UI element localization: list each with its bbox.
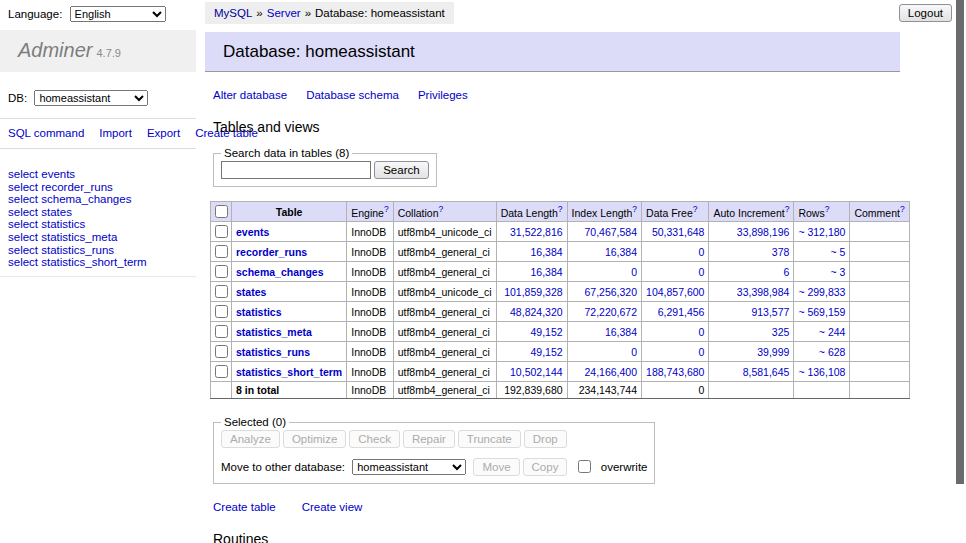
link-data-length-statistics-runs[interactable]: 49,152 — [530, 346, 562, 358]
table-link-statistics-meta[interactable]: statistics_meta — [236, 326, 312, 338]
table-link-select-statistics-runs[interactable]: select statistics_runs — [8, 244, 188, 257]
link-index-length-statistics[interactable]: 72,220,672 — [584, 306, 637, 318]
table-link-select-events[interactable]: select events — [8, 168, 188, 181]
link-auto-increment-statistics-short-term[interactable]: 8,581,645 — [743, 366, 790, 378]
breadcrumb-link-mysql[interactable]: MySQL — [214, 7, 252, 19]
scrollbar-thumb[interactable] — [956, 0, 964, 484]
move-copy-button[interactable]: Copy — [523, 458, 568, 476]
selected-truncate-button[interactable]: Truncate — [458, 430, 521, 448]
breadcrumb-link-server[interactable]: Server — [267, 7, 301, 19]
create-link-create-table[interactable]: Create table — [213, 501, 276, 513]
logout-button[interactable]: Logout — [899, 4, 952, 22]
table-link-select-recorder-runs[interactable]: select recorder_runs — [8, 181, 188, 194]
table-link-statistics[interactable]: statistics — [236, 306, 282, 318]
db-action-link-privileges[interactable]: Privileges — [418, 89, 468, 101]
link-data-length-statistics-short-term[interactable]: 10,502,144 — [510, 366, 563, 378]
row-checkbox-statistics[interactable] — [215, 305, 228, 318]
help-link-rows[interactable]: ? — [825, 204, 830, 214]
link-rows-statistics-runs[interactable]: ~ 628 — [819, 346, 846, 358]
help-link-comment[interactable]: ? — [900, 204, 905, 214]
sidebar-link-export[interactable]: Export — [147, 127, 180, 139]
link-data-free-statistics[interactable]: 6,291,456 — [658, 306, 705, 318]
selected-optimize-button[interactable]: Optimize — [283, 430, 346, 448]
link-auto-increment-recorder-runs[interactable]: 378 — [772, 246, 790, 258]
sidebar-link-import[interactable]: Import — [99, 127, 132, 139]
help-link-data-length[interactable]: ? — [558, 204, 563, 214]
row-checkbox-events[interactable] — [215, 225, 228, 238]
link-data-free-statistics-short-term[interactable]: 188,743,680 — [646, 366, 704, 378]
link-auto-increment-states[interactable]: 33,398,984 — [737, 286, 790, 298]
link-index-length-statistics-short-term[interactable]: 24,166,400 — [584, 366, 637, 378]
link-data-free-statistics-meta[interactable]: 0 — [699, 326, 705, 338]
table-link-states[interactable]: states — [236, 286, 266, 298]
link-index-length-statistics-runs[interactable]: 0 — [631, 346, 637, 358]
selected-check-button[interactable]: Check — [349, 430, 400, 448]
link-rows-statistics[interactable]: ~ 569,159 — [798, 306, 845, 318]
help-link-auto-increment[interactable]: ? — [785, 204, 790, 214]
link-index-length-statistics-meta[interactable]: 16,384 — [605, 326, 637, 338]
selected-drop-button[interactable]: Drop — [524, 430, 567, 448]
link-data-length-statistics[interactable]: 48,824,320 — [510, 306, 563, 318]
link-rows-events[interactable]: ~ 312,180 — [798, 226, 845, 238]
overwrite-checkbox[interactable] — [578, 460, 591, 473]
row-checkbox-schema-changes[interactable] — [215, 265, 228, 278]
move-db-select[interactable]: homeassistant — [352, 459, 466, 475]
table-link-select-schema-changes[interactable]: select schema_changes — [8, 193, 188, 206]
table-link-select-statistics[interactable]: select statistics — [8, 218, 188, 231]
link-index-length-states[interactable]: 67,256,320 — [584, 286, 637, 298]
move-move-button[interactable]: Move — [473, 458, 519, 476]
link-rows-statistics-meta[interactable]: ~ 244 — [819, 326, 846, 338]
language-select[interactable]: English — [70, 6, 166, 22]
table-link-recorder-runs[interactable]: recorder_runs — [236, 246, 307, 258]
table-link-schema-changes[interactable]: schema_changes — [236, 266, 324, 278]
table-link-statistics-runs[interactable]: statistics_runs — [236, 346, 310, 358]
selected-repair-button[interactable]: Repair — [403, 430, 455, 448]
help-link-data-free[interactable]: ? — [693, 204, 698, 214]
link-rows-states[interactable]: ~ 299,833 — [798, 286, 845, 298]
row-checkbox-recorder-runs[interactable] — [215, 245, 228, 258]
link-data-length-schema-changes[interactable]: 16,384 — [530, 266, 562, 278]
link-data-free-events[interactable]: 50,331,648 — [652, 226, 705, 238]
selected-analyze-button[interactable]: Analyze — [221, 430, 280, 448]
link-data-free-schema-changes[interactable]: 0 — [699, 266, 705, 278]
row-checkbox-statistics-short-term[interactable] — [215, 365, 228, 378]
search-button[interactable]: Search — [374, 161, 428, 179]
link-auto-increment-events[interactable]: 33,898,196 — [737, 226, 790, 238]
db-action-link-database-schema[interactable]: Database schema — [306, 89, 399, 101]
link-rows-recorder-runs[interactable]: ~ 5 — [831, 246, 846, 258]
search-input[interactable] — [221, 161, 371, 179]
link-auto-increment-statistics-meta[interactable]: 325 — [772, 326, 790, 338]
link-data-length-events[interactable]: 31,522,816 — [510, 226, 563, 238]
table-link-select-states[interactable]: select states — [8, 206, 188, 219]
db-action-link-alter-database[interactable]: Alter database — [213, 89, 287, 101]
sidebar-link-sql-command[interactable]: SQL command — [8, 127, 84, 139]
link-rows-schema-changes[interactable]: ~ 3 — [831, 266, 846, 278]
link-data-free-statistics-runs[interactable]: 0 — [699, 346, 705, 358]
link-data-free-recorder-runs[interactable]: 0 — [699, 246, 705, 258]
link-auto-increment-schema-changes[interactable]: 6 — [784, 266, 790, 278]
link-data-free-states[interactable]: 104,857,600 — [646, 286, 704, 298]
link-index-length-schema-changes[interactable]: 0 — [631, 266, 637, 278]
row-checkbox-statistics-runs[interactable] — [215, 345, 228, 358]
help-link-index-length[interactable]: ? — [632, 204, 637, 214]
link-data-length-states[interactable]: 101,859,328 — [504, 286, 562, 298]
table-link-statistics-short-term[interactable]: statistics_short_term — [236, 366, 342, 378]
row-checkbox-states[interactable] — [215, 285, 228, 298]
create-link-create-view[interactable]: Create view — [302, 501, 363, 513]
db-select[interactable]: homeassistant — [34, 90, 148, 106]
link-index-length-events[interactable]: 70,467,584 — [584, 226, 637, 238]
table-link-select-statistics-meta[interactable]: select statistics_meta — [8, 231, 188, 244]
help-link-collation[interactable]: ? — [439, 204, 444, 214]
link-data-length-recorder-runs[interactable]: 16,384 — [530, 246, 562, 258]
row-checkbox-statistics-meta[interactable] — [215, 325, 228, 338]
table-link-select-statistics-short-term[interactable]: select statistics_short_term — [8, 256, 188, 269]
link-auto-increment-statistics[interactable]: 913,577 — [751, 306, 789, 318]
main-content: Database: homeassistant Alter databaseDa… — [205, 28, 905, 543]
link-rows-statistics-short-term[interactable]: ~ 136,108 — [798, 366, 845, 378]
select-all-checkbox[interactable] — [215, 205, 228, 218]
link-index-length-recorder-runs[interactable]: 16,384 — [605, 246, 637, 258]
link-auto-increment-statistics-runs[interactable]: 39,999 — [757, 346, 789, 358]
help-link-engine[interactable]: ? — [384, 204, 389, 214]
link-data-length-statistics-meta[interactable]: 49,152 — [530, 326, 562, 338]
table-link-events[interactable]: events — [236, 226, 269, 238]
